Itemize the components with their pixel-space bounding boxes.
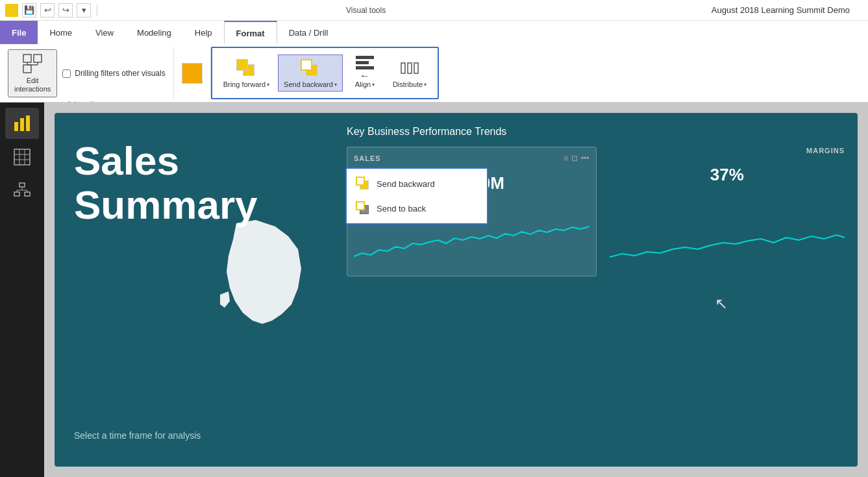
separator (97, 5, 97, 16)
distribute-dropdown-arrow: ▾ (424, 82, 427, 88)
australia-map (197, 210, 314, 340)
svg-rect-0 (6, 10, 9, 16)
cursor-icon: ↖ (715, 295, 728, 313)
tab-format[interactable]: Format (224, 21, 277, 44)
ribbon-tabs: File Home View Modeling Help Format Data… (0, 21, 868, 44)
send-to-back-item-label: Send to back (377, 204, 426, 214)
window-title: August 2018 Learning Summit Demo (712, 5, 863, 15)
distribute-icon (399, 58, 420, 79)
drilling-label: Drilling filters other visuals (75, 69, 165, 78)
tab-datadrill[interactable]: Data / Drill (277, 21, 340, 44)
svg-rect-22 (25, 192, 30, 196)
app-icon (5, 4, 18, 17)
kpi-sales-more-icon: ••• (581, 154, 589, 163)
svg-rect-1 (10, 8, 13, 16)
send-to-back-item-icon (356, 201, 370, 215)
edit-interactions-icon (22, 53, 43, 74)
title-bar: 💾 ↩ ↪ ▾ Visual tools August 2018 Learnin… (0, 0, 868, 21)
nav-item-bar-chart[interactable] (5, 108, 39, 139)
svg-rect-2 (14, 5, 17, 16)
tab-modeling[interactable]: Modeling (125, 21, 183, 44)
visual-placeholder (174, 47, 211, 99)
dashboard-card: Sales Summary Select a time frame for an… (55, 113, 858, 467)
interactions-group-content: Editinteractions Drilling filters other … (8, 49, 166, 97)
undo-button[interactable]: ↩ (40, 3, 55, 18)
ribbon-content: Editinteractions Drilling filters other … (0, 44, 868, 103)
svg-rect-14 (26, 116, 30, 131)
card-content: Sales Summary Select a time frame for an… (55, 113, 858, 467)
svg-rect-12 (14, 122, 18, 131)
bring-forward-button[interactable]: Bring forward ▾ (217, 55, 275, 92)
send-backward-button[interactable]: Send backward ▾ (278, 55, 343, 92)
svg-rect-13 (20, 118, 24, 131)
edit-interactions-label: Editinteractions (14, 77, 51, 93)
ribbon-area: File Home View Modeling Help Format Data… (0, 21, 868, 103)
visual-tools-label: Visual tools (346, 6, 386, 15)
kpi-margins-chart (610, 193, 845, 276)
canvas-area: Sales Summary Select a time frame for an… (44, 103, 868, 477)
svg-rect-10 (408, 63, 412, 73)
send-to-back-item[interactable]: Send to back (347, 196, 487, 221)
kpi-margins-card: MARGINS 37% (610, 147, 845, 276)
edit-interactions-button[interactable]: Editinteractions (8, 49, 57, 97)
svg-rect-20 (19, 183, 25, 187)
card-right: Key Business Performance Trends ↖ SALES … (334, 113, 858, 467)
svg-rect-21 (14, 192, 19, 196)
send-backward-label: Send backward ▾ (284, 80, 337, 88)
send-backward-item-icon (356, 177, 370, 191)
send-backward-dropdown: Send backward Send to back (345, 167, 488, 225)
kpi-sales-expand-icon: ⊡ (571, 154, 578, 163)
save-button[interactable]: 💾 (22, 3, 36, 18)
nav-item-table[interactable] (5, 141, 39, 173)
bring-forward-label: Bring forward ▾ (223, 80, 269, 88)
nav-item-hierarchy[interactable] (5, 175, 39, 206)
tab-help[interactable]: Help (183, 21, 224, 44)
kpi-margins-value: 37% (610, 165, 845, 185)
svg-rect-9 (401, 63, 405, 73)
send-backward-icon (300, 58, 321, 79)
arrange-group-content: Bring forward ▾ Send backward ▾ (217, 51, 433, 95)
send-backward-dropdown-arrow: ▾ (334, 82, 337, 88)
kpi-margins-name: MARGINS (610, 147, 845, 154)
left-nav (0, 103, 44, 477)
send-backward-item[interactable]: Send backward (347, 171, 487, 196)
kpi-sales-name: SALES (354, 154, 381, 162)
svg-rect-11 (414, 63, 418, 73)
sales-title-1: Sales (74, 139, 314, 183)
drilling-checkbox-input[interactable] (62, 69, 71, 78)
align-label: Align ▾ (355, 80, 375, 88)
card-subtitle: Select a time frame for analysis (74, 430, 314, 441)
bring-forward-icon (236, 58, 256, 79)
arrange-group: Bring forward ▾ Send backward ▾ (211, 47, 440, 99)
customize-button[interactable]: ▾ (77, 3, 91, 18)
svg-rect-5 (23, 65, 31, 73)
kpi-sales-lines-icon: ≡ (564, 154, 568, 163)
bring-forward-dropdown-arrow: ▾ (267, 82, 269, 88)
align-dropdown-arrow: ▾ (372, 82, 375, 88)
distribute-label: Distribute ▾ (393, 80, 427, 88)
interactions-group: Editinteractions Drilling filters other … (0, 47, 174, 99)
kpi-sales-icons: ≡ ⊡ ••• (564, 154, 589, 163)
title-bar-left: 💾 ↩ ↪ ▾ (5, 3, 99, 18)
tab-view[interactable]: View (84, 21, 125, 44)
align-button[interactable]: ← Align ▾ (345, 55, 384, 92)
kpi-sales-header: SALES ≡ ⊡ ••• (354, 154, 589, 163)
send-backward-item-label: Send backward (377, 179, 435, 189)
svg-rect-15 (14, 149, 30, 165)
redo-button[interactable]: ↪ (58, 3, 73, 18)
card-left: Sales Summary Select a time frame for an… (55, 113, 334, 467)
svg-rect-3 (23, 55, 31, 62)
drilling-checkbox[interactable]: Drilling filters other visuals (62, 69, 165, 78)
align-icon: ← (354, 58, 375, 79)
svg-rect-4 (34, 55, 42, 62)
orange-square (182, 63, 203, 84)
tab-home[interactable]: Home (38, 21, 84, 44)
tab-file[interactable]: File (0, 21, 38, 44)
distribute-button[interactable]: Distribute ▾ (387, 55, 432, 92)
kpi-title: Key Business Performance Trends (347, 126, 845, 138)
